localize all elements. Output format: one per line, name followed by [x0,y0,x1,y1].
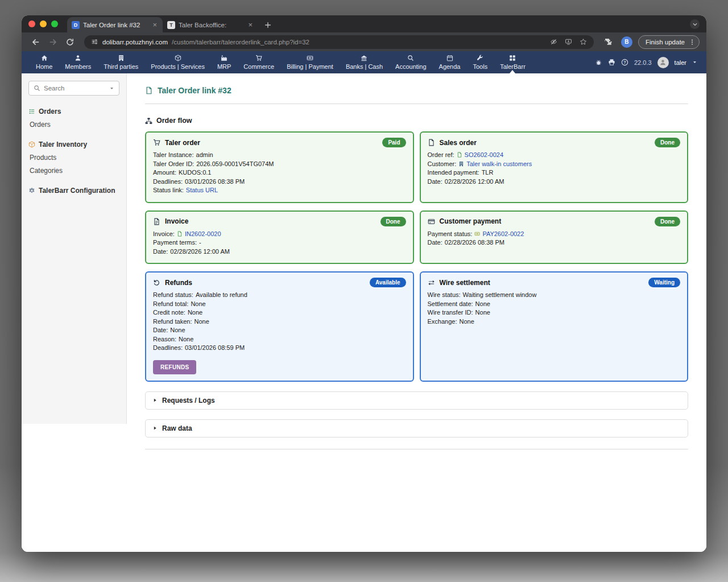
sidebar-item-products[interactable]: Products [30,154,119,162]
close-window-button[interactable] [28,20,35,27]
field-link[interactable]: Status URL [186,187,218,193]
user-menu-chevron-icon[interactable] [692,60,697,65]
collapsible-requests-logs[interactable]: Requests / Logs [145,391,688,410]
search-box[interactable] [28,81,119,96]
menu-members[interactable]: Members [59,51,97,73]
user-avatar[interactable] [657,57,669,68]
card-title: Wire settlement [440,279,490,287]
expand-caret-icon [152,426,158,431]
search-caret-icon[interactable] [109,86,114,91]
page-title-text: Taler Order link #32 [158,86,231,95]
field-link[interactable]: SO2602-0024 [457,151,504,158]
forward-button[interactable] [46,35,60,49]
calendar-icon [446,55,453,61]
search-icon [407,55,414,61]
tab-close-icon[interactable]: × [151,21,158,28]
field-value: Waiting settlement window [463,291,537,298]
tab-strip: DTaler Order link #32×TTaler Backoffice:… [22,15,706,32]
bottom-divider [145,449,688,449]
menu-label: Banks | Cash [346,63,383,70]
menu-accounting[interactable]: Accounting [389,51,432,73]
back-button[interactable] [28,35,43,49]
field-label: Refund status: [153,291,193,298]
sidebar-section-title-talerbarr-configuration[interactable]: TalerBarr Configuration [28,187,119,195]
user-icon [75,55,81,61]
minimize-window-button[interactable] [40,20,47,27]
tab-close-icon[interactable]: × [247,21,254,28]
left-menu-sections: OrdersOrdersTaler InventoryProductsCateg… [28,108,119,195]
collapsible-raw-data[interactable]: Raw data [145,419,688,437]
page-body: OrdersOrdersTaler InventoryProductsCateg… [22,73,706,552]
browser-tab-taler-backoffice[interactable]: TTaler Backoffice:× [163,17,258,32]
menu-tools[interactable]: Tools [466,51,494,73]
refunds-button[interactable]: REFUNDS [153,360,196,374]
field-label: Deadlines: [153,344,183,351]
field-label: Order ref: [428,151,454,158]
industry-icon [221,55,228,61]
field-link[interactable]: Taler walk-in customers [458,160,532,167]
card-header: Taler orderPaid [153,138,406,147]
card-field: Taler Order ID:2026.059-0001V54TG074M [153,160,406,167]
status-badge: Done [380,217,406,226]
sidebar-item-categories[interactable]: Categories [30,167,119,175]
site-settings-icon[interactable] [91,38,98,46]
card-field: Settlement date:None [428,300,681,307]
menu-banks-cash[interactable]: Banks | Cash [340,51,389,73]
menu-commerce[interactable]: Commerce [237,51,280,73]
bookmark-star-icon[interactable] [580,38,587,46]
menu-agenda[interactable]: Agenda [433,51,467,73]
status-badge: Done [655,138,680,147]
collapsible-label: Requests / Logs [162,397,215,404]
card-title: Sales order [440,139,477,147]
address-bar[interactable]: dolibarr.potuzhnyi.com/custom/talerbarr/… [84,35,594,49]
tab-search-button[interactable] [690,19,700,29]
browser-tab-taler-order-link-32[interactable]: DTaler Order link #32× [67,17,163,32]
card-invoice: InvoiceDoneInvoice:IN2602-0020Payment te… [145,210,414,265]
card-field: Refund total:None [153,300,406,307]
field-value: None [179,336,193,342]
debug-bug-icon[interactable] [595,59,602,66]
tracking-protection-icon[interactable] [550,38,557,46]
sidebar-section-title-taler-inventory[interactable]: Taler Inventory [28,141,119,148]
sidebar-item-orders[interactable]: Orders [30,121,119,129]
box-icon [175,55,181,61]
card-field: Refund taken:None [153,318,406,325]
menu-third-parties[interactable]: Third parties [97,51,144,73]
field-link[interactable]: IN2602-0020 [177,230,221,237]
menu-label: Third parties [104,63,138,70]
install-app-icon[interactable] [565,38,572,46]
search-input[interactable] [44,85,106,92]
help-icon[interactable]: ? [621,59,628,66]
menu-talerbarr[interactable]: TalerBarr [494,51,532,73]
field-label: Deadlines: [153,178,183,185]
order-flow-title: Order flow [156,117,192,125]
finish-update-button[interactable]: Finish update [638,35,700,49]
billing-icon [307,55,313,61]
menu-mrp[interactable]: MRP [211,51,237,73]
print-icon[interactable] [608,59,615,66]
fullscreen-window-button[interactable] [51,20,58,27]
sidebar-section-title-orders[interactable]: Orders [28,108,119,115]
card-title: Taler order [165,139,200,147]
profile-avatar[interactable]: B [621,36,632,48]
menu-products-services[interactable]: Products | Services [144,51,211,73]
extensions-icon[interactable] [601,35,615,49]
page-content: Taler Order link #32 Order flow Taler or… [127,73,706,552]
menu-label: Agenda [439,63,461,70]
file-icon [428,139,435,146]
menu-home[interactable]: Home [30,51,59,73]
reload-button[interactable] [63,35,77,49]
sitemap-icon [145,117,152,125]
menu-label: Products | Services [151,63,205,70]
menu-label: Members [65,63,91,70]
user-menu[interactable]: taler [675,59,686,66]
field-label: Settlement date: [428,300,473,307]
browser-menu-icon[interactable] [689,39,696,46]
menu-billing-payment[interactable]: Billing | Payment [280,51,340,73]
field-link[interactable]: PAY2602-0022 [474,230,524,237]
new-tab-button[interactable] [264,21,272,29]
field-label: Date: [428,178,442,185]
status-badge: Paid [382,138,406,147]
card-wire-settlement: Wire settlementWaitingWire status:Waitin… [420,271,689,382]
field-label: Status link: [153,187,184,193]
